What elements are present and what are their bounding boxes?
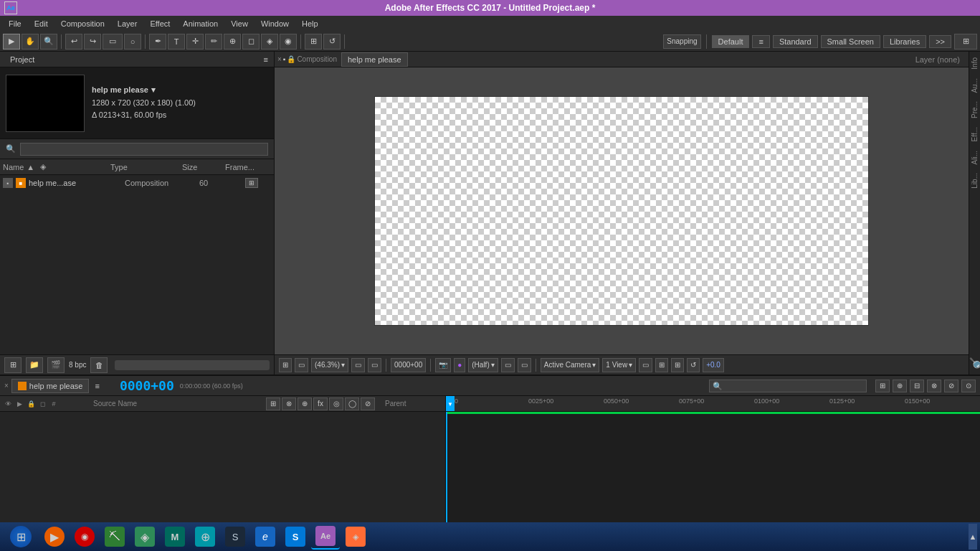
menu-edit[interactable]: Edit [29, 18, 54, 29]
switch-icon-2[interactable]: ⊗ [282, 397, 296, 410]
view-layout-display[interactable]: 1 View ▾ [602, 358, 636, 372]
taskbar-minecraft[interactable]: ⛏ [100, 524, 129, 550]
vis-icon-solo[interactable]: ◻ [37, 399, 47, 409]
overflow-btn[interactable]: ▭ [518, 358, 531, 372]
tool-cam-orbit[interactable]: ↺ [323, 34, 341, 50]
tool-roto[interactable]: ◈ [261, 34, 278, 50]
tool-text[interactable]: T [168, 34, 185, 50]
menu-layer[interactable]: Layer [112, 18, 143, 29]
menu-window[interactable]: Window [255, 18, 295, 29]
color-display-btn[interactable]: ● [454, 358, 465, 372]
vis-icon-lock[interactable]: 🔒 [26, 399, 36, 409]
switch-icon-1[interactable]: ⊞ [266, 397, 280, 410]
taskbar-skype[interactable]: S [281, 524, 310, 550]
vis-icon-eye[interactable]: 👁 [3, 399, 13, 409]
taskbar-ccleaner[interactable]: ◉ [70, 524, 99, 550]
exposure-display[interactable]: +0.0 [703, 358, 724, 372]
switch-icon-5[interactable]: ◯ [345, 397, 359, 410]
tool-undo[interactable]: ↩ [65, 34, 82, 50]
fit-btn[interactable]: ▭ [351, 358, 365, 372]
workspace-small[interactable]: Small Screen [821, 35, 880, 48]
workspace-default[interactable]: Default [712, 35, 750, 48]
taskbar-scroll-btn[interactable]: ▲ [969, 524, 977, 550]
active-camera-display[interactable]: Active Camera ▾ [541, 358, 600, 372]
tool-redo[interactable]: ↪ [84, 34, 101, 50]
preview-dropdown-icon[interactable]: ▾ [151, 84, 156, 97]
taskbar-after-effects[interactable]: Ae [311, 524, 340, 550]
zoom-display[interactable]: (46.3%) ▾ [311, 358, 348, 372]
tl-tab-close[interactable]: × [4, 382, 9, 390]
right-panel-expand[interactable]: 🔍 [969, 354, 981, 372]
workspace-libraries[interactable]: Libraries [883, 35, 926, 48]
tl-tool-0[interactable]: ⊞ [875, 380, 890, 392]
right-panel-libraries[interactable]: Lib... [971, 170, 979, 192]
timeline-search-input[interactable] [709, 380, 867, 392]
camera-icon-btn[interactable]: 📷 [435, 358, 451, 372]
tool-pen[interactable]: ✒ [149, 34, 166, 50]
workspace-overflow[interactable]: >> [929, 35, 951, 48]
menu-composition[interactable]: Composition [55, 18, 110, 29]
footer-trash[interactable]: 🗑 [90, 357, 108, 373]
render2-btn[interactable]: ⊞ [655, 358, 668, 372]
workspace-standard[interactable]: Standard [773, 35, 818, 48]
right-panel-align[interactable]: Ali... [971, 148, 979, 167]
track-area[interactable] [446, 412, 980, 522]
snapping-btn[interactable]: Snapping [663, 34, 700, 49]
tool-puppet[interactable]: ◉ [280, 34, 297, 50]
vis-icon-play[interactable]: ▶ [14, 399, 24, 409]
tool-anchor[interactable]: ✛ [186, 34, 204, 50]
tool-paint[interactable]: ✏ [205, 34, 222, 50]
tl-menu-btn[interactable]: ≡ [95, 382, 99, 390]
menu-view[interactable]: View [225, 18, 254, 29]
tool-hand[interactable]: ✋ [22, 34, 39, 50]
comp2-btn[interactable]: ⊞ [671, 358, 684, 372]
item-link-btn[interactable]: ⊞ [245, 178, 258, 188]
comp-tab-active[interactable]: help me please [341, 52, 408, 67]
menu-file[interactable]: File [3, 18, 27, 29]
quality-display[interactable]: (Half) ▾ [468, 358, 498, 372]
view-options-btn[interactable]: ▭ [295, 358, 308, 372]
project-search-input[interactable] [20, 143, 268, 156]
menu-effect[interactable]: Effect [144, 18, 176, 29]
tool-shape-mask[interactable]: ▭ [103, 34, 123, 50]
bpc-label[interactable]: 8 bpc [69, 361, 86, 369]
switch-icon-3[interactable]: ⊕ [298, 397, 312, 410]
tl-tool-4[interactable]: ⊘ [944, 380, 958, 392]
switch-icon-6[interactable]: ⊘ [361, 397, 375, 410]
menu-help[interactable]: Help [296, 18, 324, 29]
taskbar-ie[interactable]: e [251, 524, 280, 550]
tool-shape-ellipse[interactable]: ○ [124, 34, 141, 50]
switch-icon-4[interactable]: ◎ [329, 397, 343, 410]
region-btn[interactable]: ▭ [501, 358, 515, 372]
tool-eraser[interactable]: ◻ [242, 34, 260, 50]
tl-timecode[interactable]: 0000+00 [120, 378, 174, 393]
project-item[interactable]: ▪ ■ help me...ase Composition 60 ⊞ [0, 175, 274, 191]
tl-tool-2[interactable]: ⊟ [910, 380, 924, 392]
tl-tool-5[interactable]: ⊙ [961, 380, 976, 392]
workspace-menu[interactable]: ≡ [752, 35, 769, 48]
taskbar-paint[interactable]: ◈ [341, 524, 370, 550]
comp-canvas[interactable] [275, 67, 969, 354]
footer-composition[interactable]: 🎬 [47, 357, 65, 373]
tool-cam-move[interactable]: ⊞ [305, 34, 322, 50]
timecode-display[interactable]: 0000+00 [391, 358, 426, 372]
footer-open[interactable]: 📁 [26, 357, 43, 373]
comp-tab-close[interactable]: × [277, 55, 282, 63]
start-button[interactable]: ⊞ [3, 524, 39, 550]
sort-icon[interactable]: ▲ [27, 163, 34, 171]
tl-tool-1[interactable]: ⊕ [893, 380, 907, 392]
right-panel-effects[interactable]: Eff... [971, 124, 979, 144]
switch-icon-fx[interactable]: fx [313, 397, 328, 410]
track-ruler[interactable]: ▼ 0 0025+00 0050+00 0075+00 0100+00 [446, 396, 980, 412]
timeline-tab[interactable]: help me please [11, 379, 90, 393]
project-menu-btn[interactable]: ≡ [264, 55, 268, 64]
render-queue-btn[interactable]: ⊞ [279, 358, 292, 372]
right-panel-preview[interactable]: Pre... [971, 98, 979, 121]
taskbar-media-player[interactable]: ▶ [40, 524, 69, 550]
tool-clone[interactable]: ⊕ [224, 34, 241, 50]
taskbar-winaero[interactable]: ⊕ [191, 524, 219, 550]
tool-zoom[interactable]: 🔍 [40, 34, 57, 50]
footer-new-folder[interactable]: ⊞ [4, 357, 22, 373]
tool-selection[interactable]: ▶ [3, 34, 20, 50]
tl-tool-3[interactable]: ⊗ [927, 380, 941, 392]
